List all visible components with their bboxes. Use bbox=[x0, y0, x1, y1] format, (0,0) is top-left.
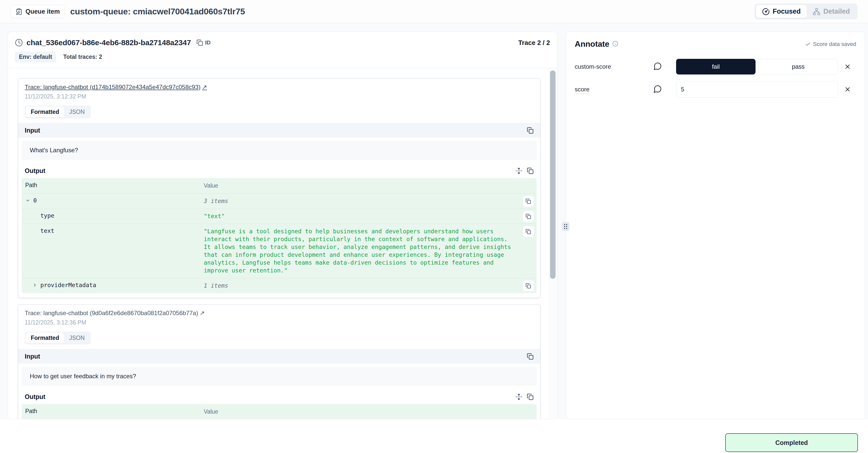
json-key: providerMetadata bbox=[40, 282, 96, 288]
score-row-score: score bbox=[575, 81, 856, 98]
score-label-custom-score: custom-score bbox=[575, 63, 653, 70]
trace-link-2[interactable]: Trace: langfuse-chatbot (9d0a6f2e6de8670… bbox=[25, 310, 205, 316]
copy-input-icon-2[interactable] bbox=[527, 353, 534, 360]
unfold-vertical-icon-2[interactable] bbox=[516, 393, 522, 400]
score-saved-status: Score data saved bbox=[805, 41, 856, 48]
format-tabs-2: Formatted JSON bbox=[25, 332, 91, 344]
env-badge: Env: default bbox=[15, 52, 56, 62]
score-label-score: score bbox=[575, 86, 590, 94]
focused-view-button[interactable]: Focused bbox=[756, 5, 807, 18]
copy-row-button[interactable] bbox=[523, 280, 534, 292]
trace-counter: Trace 2 / 2 bbox=[518, 39, 550, 47]
annotate-title: Annotate bbox=[575, 39, 609, 49]
focused-view-label: Focused bbox=[773, 7, 801, 16]
json-value: "text" bbox=[204, 213, 537, 220]
output-label-1: Output bbox=[25, 167, 45, 174]
copy-row-button[interactable] bbox=[523, 195, 534, 207]
tab-formatted-1[interactable]: Formatted bbox=[26, 107, 64, 117]
panel-resize-handle[interactable] bbox=[562, 222, 569, 231]
json-value: 1 items bbox=[204, 282, 537, 290]
output-json-table-2: Path Value 0 3 items bbox=[22, 404, 537, 419]
check-icon bbox=[805, 41, 811, 47]
total-traces-label: Total traces: 2 bbox=[63, 54, 102, 60]
item-title: chat_536ed067-b86e-4eb6-882b-ba27148a234… bbox=[27, 38, 191, 47]
delete-score-button[interactable] bbox=[844, 63, 851, 70]
copy-output-icon-1[interactable] bbox=[527, 167, 534, 174]
close-icon bbox=[844, 86, 851, 93]
external-link-icon: ↗ bbox=[202, 84, 207, 90]
detailed-view-button[interactable]: Detailed bbox=[807, 5, 856, 18]
json-row-type: type "text" bbox=[22, 208, 537, 224]
completed-button[interactable]: Completed bbox=[725, 433, 858, 452]
json-row-0: 0 3 items bbox=[22, 193, 537, 208]
output-section-header-2: Output bbox=[18, 389, 540, 404]
comment-bubble-icon[interactable] bbox=[653, 85, 668, 94]
option-pass-button[interactable]: pass bbox=[758, 59, 838, 75]
comment-bubble-icon[interactable] bbox=[653, 62, 668, 72]
queue-item-main-panel: chat_536ed067-b86e-4eb6-882b-ba27148a234… bbox=[7, 32, 557, 419]
tab-json-1[interactable]: JSON bbox=[64, 107, 90, 117]
copy-id-icon[interactable] bbox=[196, 39, 203, 46]
trace-link-1[interactable]: Trace: langfuse-chatbot (d174b1589072e43… bbox=[25, 84, 207, 90]
queue-item-page: Queue item custom-queue: cmiacwel70041ad… bbox=[0, 0, 868, 453]
clipboard-pen-icon bbox=[16, 8, 23, 15]
annotate-panel: Annotate Score data saved custom-score f… bbox=[566, 32, 865, 419]
input-section-header-2: Input bbox=[18, 349, 540, 364]
network-tree-icon bbox=[813, 8, 820, 16]
json-value: "Langfuse is a tool designed to help bus… bbox=[204, 227, 537, 275]
json-row-text: text "Langfuse is a tool designed to hel… bbox=[22, 224, 537, 278]
input-section-header-1: Input bbox=[18, 123, 540, 138]
copy-row-button[interactable] bbox=[523, 226, 534, 237]
copy-icon bbox=[526, 214, 531, 219]
queue-item-badge-label: Queue item bbox=[26, 8, 60, 15]
page-title: custom-queue: cmiacwel70041ad060s7tlr75 bbox=[70, 6, 245, 17]
trace-card-1: Trace: langfuse-chatbot (d174b1589072e43… bbox=[18, 78, 540, 298]
score-value-input[interactable] bbox=[676, 81, 838, 98]
copy-icon bbox=[526, 229, 531, 234]
score-row-custom-score: custom-score fail pass bbox=[575, 59, 856, 75]
traces-scroll-area: Trace: langfuse-chatbot (d174b1589072e43… bbox=[8, 68, 557, 419]
copy-output-icon-2[interactable] bbox=[527, 393, 534, 400]
delete-score-button[interactable] bbox=[844, 86, 851, 93]
view-mode-toggle: Focused Detailed bbox=[754, 3, 858, 20]
external-link-icon: ↗ bbox=[200, 310, 205, 316]
input-value-1: What's Langfuse? bbox=[22, 141, 537, 160]
chevron-right-icon[interactable] bbox=[32, 282, 39, 288]
score-saved-label: Score data saved bbox=[813, 41, 856, 48]
item-header: chat_536ed067-b86e-4eb6-882b-ba27148a234… bbox=[8, 32, 557, 68]
clock-icon bbox=[15, 39, 23, 47]
trace-timestamp-2: 11/12/2025, 3:12:36 PM bbox=[25, 319, 534, 326]
json-key: type bbox=[40, 213, 54, 219]
column-header-value-2: Value bbox=[204, 408, 537, 416]
copy-icon bbox=[526, 283, 531, 289]
column-header-path-2: Path bbox=[22, 408, 204, 415]
json-key: text bbox=[40, 227, 54, 234]
close-icon bbox=[844, 63, 851, 70]
input-label-1: Input bbox=[25, 127, 40, 134]
info-icon[interactable] bbox=[612, 41, 618, 48]
json-row-providerMetadata: providerMetadata 1 items bbox=[22, 278, 537, 293]
column-header-path-1: Path bbox=[22, 182, 204, 189]
gauge-icon bbox=[762, 8, 770, 16]
scrollbar-thumb[interactable] bbox=[550, 70, 556, 279]
json-key: 0 bbox=[33, 197, 37, 204]
copy-icon bbox=[526, 198, 531, 204]
top-bar: Queue item custom-queue: cmiacwel70041ad… bbox=[0, 0, 868, 23]
tab-formatted-2[interactable]: Formatted bbox=[26, 333, 64, 343]
id-label: ID bbox=[205, 39, 211, 46]
footer-bar: Completed bbox=[0, 419, 868, 453]
unfold-vertical-icon-1[interactable] bbox=[516, 167, 522, 174]
chevron-down-icon[interactable] bbox=[25, 197, 32, 203]
output-section-header-1: Output bbox=[18, 163, 540, 178]
copy-row-button[interactable] bbox=[523, 210, 534, 222]
queue-item-badge: Queue item bbox=[10, 5, 65, 18]
output-label-2: Output bbox=[25, 393, 45, 400]
option-fail-button[interactable]: fail bbox=[676, 59, 755, 75]
vertical-scrollbar[interactable] bbox=[549, 68, 557, 419]
json-value: 3 items bbox=[204, 197, 537, 205]
grip-dots-icon bbox=[564, 224, 568, 229]
tab-json-2[interactable]: JSON bbox=[64, 333, 90, 343]
output-json-table-1: Path Value 0 3 items type "text" bbox=[22, 178, 537, 293]
format-tabs-1: Formatted JSON bbox=[25, 106, 91, 118]
copy-input-icon-1[interactable] bbox=[527, 127, 534, 134]
